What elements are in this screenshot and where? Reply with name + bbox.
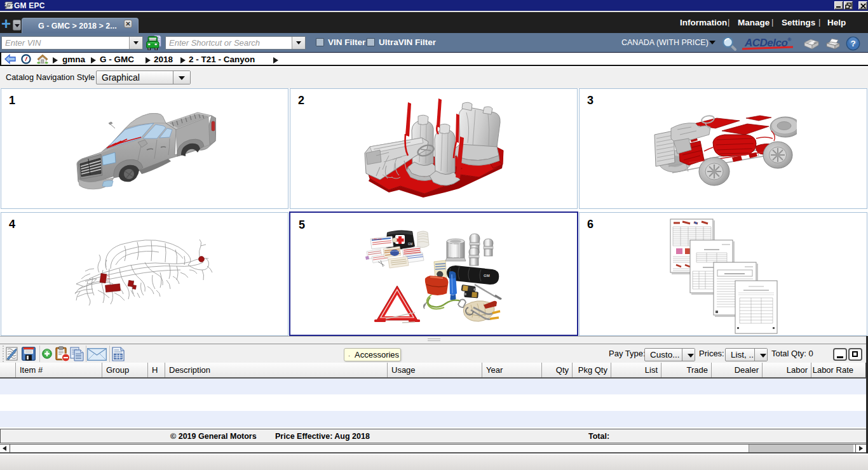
svg-text:GM: GM [408, 243, 413, 246]
svg-text:?: ? [850, 39, 855, 48]
svg-text:GM: GM [484, 274, 490, 278]
svg-text:LIFELINE: LIFELINE [372, 238, 383, 241]
